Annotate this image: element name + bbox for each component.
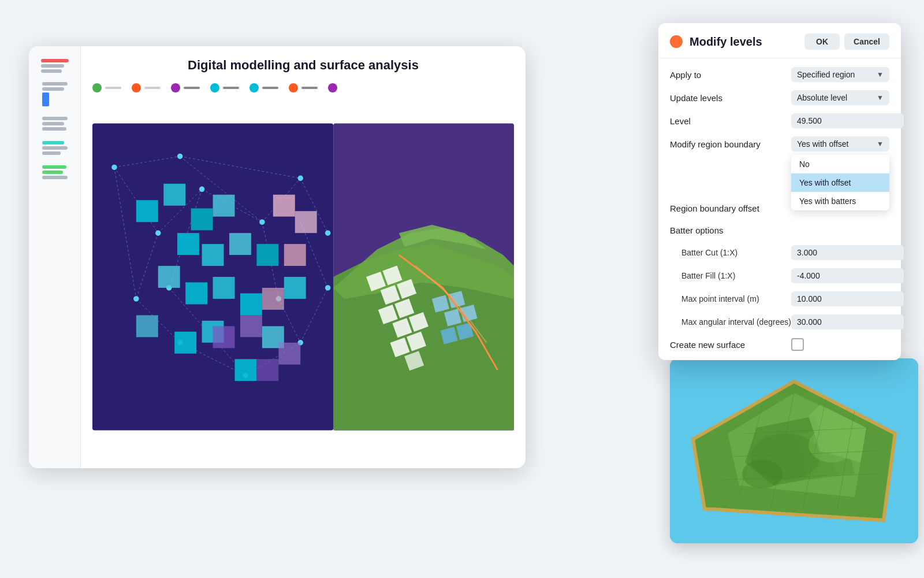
max-angular-interval-input[interactable]	[791, 314, 904, 329]
svg-rect-53	[273, 195, 295, 217]
create-new-surface-checkbox[interactable]	[791, 338, 804, 351]
svg-rect-39	[177, 233, 199, 255]
batter-fill-label: Batter Fill (1:X)	[670, 271, 791, 280]
legend-dot-cyan2	[249, 83, 259, 92]
max-point-interval-value	[791, 291, 904, 306]
max-point-interval-label: Max point interval (m)	[670, 294, 791, 303]
sidebar-line	[42, 117, 68, 120]
batter-fill-row: Batter Fill (1:X)	[658, 264, 901, 287]
dialog-icon	[670, 35, 683, 48]
legend-line	[144, 87, 161, 89]
sidebar-item-1	[36, 58, 73, 73]
svg-rect-59	[256, 359, 278, 381]
batter-cut-input[interactable]	[791, 245, 904, 260]
svg-point-86	[808, 428, 855, 462]
legend-item	[289, 83, 318, 92]
level-label: Level	[670, 116, 791, 126]
update-levels-label: Update levels	[670, 93, 791, 103]
apply-to-value: Specified region ▼	[791, 67, 889, 82]
svg-rect-44	[185, 282, 207, 304]
legend-line	[223, 87, 239, 89]
legend-item	[132, 83, 161, 92]
max-angular-interval-value	[791, 314, 904, 329]
update-levels-select[interactable]: Absolute level ▼	[791, 90, 889, 105]
legend-item	[92, 83, 121, 92]
sidebar	[29, 46, 81, 468]
batter-cut-row: Batter Cut (1:X)	[658, 241, 901, 264]
modify-region-boundary-select[interactable]: Yes with offset ▼	[791, 136, 889, 151]
svg-rect-52	[234, 359, 256, 381]
legend-dot-orange2	[289, 83, 298, 92]
legend-dot-green	[92, 83, 102, 92]
modify-region-boundary-row: Modify region boundary Yes with offset ▼…	[658, 132, 901, 155]
svg-rect-35	[136, 200, 158, 222]
svg-point-23	[199, 187, 204, 192]
max-angular-interval-row: Max angular interval (degrees)	[658, 310, 901, 334]
sidebar-line	[42, 146, 68, 150]
svg-rect-41	[229, 233, 251, 255]
legend-line	[262, 87, 278, 89]
legend-row	[81, 79, 526, 97]
legend-item	[210, 83, 239, 92]
sidebar-item-5	[36, 164, 73, 179]
batter-cut-value	[791, 245, 904, 260]
legend-dot-cyan	[210, 83, 219, 92]
dropdown-item-yes-batters[interactable]: Yes with batters	[791, 192, 889, 210]
svg-point-27	[133, 296, 139, 301]
sidebar-line	[42, 176, 68, 179]
svg-rect-46	[240, 293, 262, 315]
svg-rect-55	[284, 244, 306, 266]
update-levels-value: Absolute level ▼	[791, 90, 889, 105]
sidebar-line	[42, 165, 66, 169]
update-levels-row: Update levels Absolute level ▼	[658, 86, 901, 109]
svg-rect-42	[256, 244, 278, 266]
chevron-down-icon: ▼	[877, 140, 884, 148]
sidebar-line	[42, 122, 64, 125]
legend-line	[301, 87, 318, 89]
sidebar-line	[42, 127, 66, 131]
sidebar-line	[41, 64, 64, 68]
chevron-down-icon: ▼	[877, 71, 884, 79]
legend-dot-orange	[132, 83, 141, 92]
level-input[interactable]	[791, 113, 904, 128]
sidebar-line	[42, 82, 68, 86]
main-content: Digital modelling and surface analysis	[81, 46, 526, 468]
level-value	[791, 113, 904, 128]
cancel-button[interactable]: Cancel	[844, 34, 889, 50]
max-angular-interval-label: Max angular interval (degrees)	[670, 317, 791, 327]
map-svg	[670, 358, 918, 543]
svg-point-34	[325, 230, 330, 235]
apply-to-row: Apply to Specified region ▼	[658, 63, 901, 86]
dropdown-item-yes-offset[interactable]: Yes with offset	[791, 173, 889, 192]
sidebar-line	[42, 171, 63, 174]
batter-options-row: Batter options	[658, 219, 901, 241]
apply-to-select[interactable]: Specified region ▼	[791, 67, 889, 82]
app-window: Digital modelling and surface analysis	[29, 46, 526, 468]
legend-item	[249, 83, 278, 92]
batter-cut-label: Batter Cut (1:X)	[670, 248, 791, 257]
level-row: Level	[658, 109, 901, 132]
batter-fill-value	[791, 268, 904, 283]
max-point-interval-row: Max point interval (m)	[658, 287, 901, 310]
svg-rect-37	[191, 208, 213, 230]
legend-item	[328, 83, 337, 92]
batter-fill-input[interactable]	[791, 268, 904, 283]
max-point-interval-input[interactable]	[791, 291, 904, 306]
canvas-area	[92, 97, 514, 457]
svg-rect-49	[174, 332, 196, 354]
svg-rect-47	[284, 277, 306, 299]
sidebar-item-2	[36, 81, 73, 106]
legend-item	[171, 83, 200, 92]
svg-point-31	[325, 285, 330, 290]
dropdown-item-no[interactable]: No	[791, 155, 889, 173]
dialog-title: Modify levels	[690, 35, 762, 49]
svg-rect-40	[202, 244, 224, 266]
dialog-header: Modify levels OK Cancel	[658, 23, 901, 58]
chart-svg	[92, 97, 514, 457]
svg-rect-54	[295, 211, 317, 233]
ok-button[interactable]: OK	[804, 34, 840, 50]
svg-point-25	[298, 176, 303, 181]
svg-rect-58	[240, 315, 262, 337]
sidebar-line	[41, 69, 62, 73]
svg-rect-57	[213, 326, 235, 348]
